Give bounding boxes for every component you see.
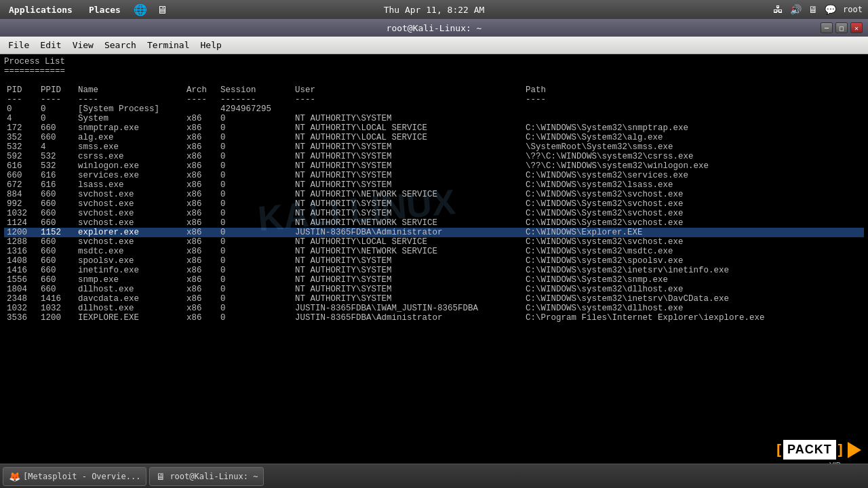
table-cell: 1032 xyxy=(4,304,38,313)
table-cell: x86 xyxy=(184,266,218,275)
table-row: 616532winlogon.exex860NT AUTHORITY\SYSTE… xyxy=(4,161,864,171)
menu-search[interactable]: Search xyxy=(99,38,142,52)
packt-play-icon xyxy=(848,442,861,458)
menu-bar: File Edit View Search Terminal Help xyxy=(0,37,868,54)
screen-icon: 🖥 xyxy=(808,4,818,15)
places-menu[interactable]: Places xyxy=(85,4,124,16)
dash-arch: ---- xyxy=(184,95,218,104)
table-cell: C:\WINDOWS\system32\svchost.exe xyxy=(523,237,864,247)
table-cell: 616 xyxy=(4,161,38,171)
taskbar-item-terminal[interactable]: 🖥 root@Kali-Linux: ~ xyxy=(149,467,264,486)
table-cell: lsass.exe xyxy=(75,180,184,190)
table-cell: NT AUTHORITY\SYSTEM xyxy=(292,256,523,266)
table-cell: 0 xyxy=(218,304,292,313)
table-cell: [System Process] xyxy=(75,104,184,114)
separator-line: ============ xyxy=(4,66,864,76)
taskbar-item-metasploit[interactable]: 🦊 [Metasploit - Overvie... xyxy=(3,467,146,486)
table-cell: x86 xyxy=(184,114,218,123)
table-cell: x86 xyxy=(184,152,218,161)
table-cell: x86 xyxy=(184,285,218,294)
table-cell: 532 xyxy=(38,161,75,171)
table-cell: C:\WINDOWS\System32\svchost.exe xyxy=(523,218,864,228)
table-cell: services.exe xyxy=(75,171,184,180)
table-cell: x86 xyxy=(184,142,218,152)
username-display: root xyxy=(843,5,863,14)
applications-menu[interactable]: Applications xyxy=(5,4,76,16)
table-cell: 0 xyxy=(218,133,292,142)
table-cell: C:\WINDOWS\System32\svchost.exe xyxy=(523,209,864,218)
table-cell: x86 xyxy=(184,294,218,304)
table-cell: smss.exe xyxy=(75,142,184,152)
table-cell: 352 xyxy=(4,133,38,142)
table-header-row: PID PPID Name Arch Session User Path xyxy=(4,85,864,95)
taskbar-label-metasploit: [Metasploit - Overvie... xyxy=(23,472,140,481)
packt-logo: [ PACKT ] VID xyxy=(774,440,861,460)
menu-edit[interactable]: Edit xyxy=(35,38,66,52)
table-cell: C:\WINDOWS\System32\snmp.exe xyxy=(523,275,864,285)
table-cell: 0 xyxy=(218,123,292,133)
globe-icon[interactable]: 🌐 xyxy=(134,3,147,16)
table-cell: 660 xyxy=(38,285,75,294)
table-dash-row: --- ---- ---- ---- ------- ---- ---- xyxy=(4,95,864,104)
table-cell: 0 xyxy=(218,142,292,152)
table-row: 12001152explorer.exex860JUSTIN-8365FDBA\… xyxy=(4,228,864,237)
packt-text: PACKT xyxy=(783,440,836,460)
minimize-button[interactable]: ─ xyxy=(821,22,833,33)
table-cell: alg.exe xyxy=(75,133,184,142)
table-cell: 0 xyxy=(218,275,292,285)
dash-session: ------- xyxy=(218,95,292,104)
col-path: Path xyxy=(523,85,864,95)
menu-help[interactable]: Help xyxy=(195,38,227,52)
volume-icon[interactable]: 🔊✕ xyxy=(790,4,802,15)
table-cell: 0 xyxy=(38,104,75,114)
table-row: 1032660svchost.exex860NT AUTHORITY\SYSTE… xyxy=(4,209,864,218)
process-list-body: 00[System Process]429496729540Systemx860… xyxy=(4,104,864,323)
table-row: 5324smss.exex860NT AUTHORITY\SYSTEM\Syst… xyxy=(4,142,864,152)
table-row: 23481416davcdata.exex860NT AUTHORITY\SYS… xyxy=(4,294,864,304)
table-cell: 1288 xyxy=(4,237,38,247)
table-cell: JUSTIN-8365FDBA\Administrator xyxy=(292,313,523,323)
dash-ppid: ---- xyxy=(38,95,75,104)
metasploit-icon: 🦊 xyxy=(9,471,20,482)
table-cell: 1032 xyxy=(38,304,75,313)
table-cell: snmp.exe xyxy=(75,275,184,285)
table-cell: svchost.exe xyxy=(75,209,184,218)
table-row: 1416660inetinfo.exex860NT AUTHORITY\SYST… xyxy=(4,266,864,275)
table-cell: \??\C:\WINDOWS\system32\winlogon.exe xyxy=(523,161,864,171)
table-cell: NT AUTHORITY\LOCAL SERVICE xyxy=(292,237,523,247)
taskbar: 🦊 [Metasploit - Overvie... 🖥 root@Kali-L… xyxy=(0,464,868,488)
table-cell: 0 xyxy=(4,104,38,114)
table-cell: NT AUTHORITY\SYSTEM xyxy=(292,180,523,190)
menu-view[interactable]: View xyxy=(67,38,99,52)
close-button[interactable]: ✕ xyxy=(850,22,863,33)
table-cell: 616 xyxy=(38,180,75,190)
menu-terminal[interactable]: Terminal xyxy=(142,38,195,52)
table-cell: NT AUTHORITY\SYSTEM xyxy=(292,275,523,285)
table-cell: C:\WINDOWS\system32\msdtc.exe xyxy=(523,247,864,256)
table-cell: 660 xyxy=(38,266,75,275)
table-cell: 660 xyxy=(38,237,75,247)
table-cell: 172 xyxy=(4,123,38,133)
table-cell: 992 xyxy=(4,199,38,209)
table-row: 592532csrss.exex860NT AUTHORITY\SYSTEM\?… xyxy=(4,152,864,161)
maximize-button[interactable]: □ xyxy=(835,22,848,33)
table-cell: 0 xyxy=(38,114,75,123)
table-cell: 1200 xyxy=(38,313,75,323)
table-cell: 660 xyxy=(38,209,75,218)
table-row: 884660svchost.exex860NT AUTHORITY\NETWOR… xyxy=(4,190,864,199)
table-cell: NT AUTHORITY\LOCAL SERVICE xyxy=(292,133,523,142)
table-cell: C:\WINDOWS\system32\spoolsv.exe xyxy=(523,256,864,266)
table-cell: C:\WINDOWS\system32\dllhost.exe xyxy=(523,285,864,294)
table-cell: 0 xyxy=(218,313,292,323)
table-cell: C:\Program Files\Internet Explorer\iexpl… xyxy=(523,313,864,323)
table-cell: x86 xyxy=(184,171,218,180)
table-row: 1316660msdtc.exex860NT AUTHORITY\NETWORK… xyxy=(4,247,864,256)
menu-file[interactable]: File xyxy=(3,38,35,52)
table-cell: 532 xyxy=(38,152,75,161)
table-cell: 0 xyxy=(218,285,292,294)
system-bar-right: 🖧 🔊✕ 🖥 💬 root xyxy=(773,3,863,16)
table-cell: NT AUTHORITY\SYSTEM xyxy=(292,114,523,123)
terminal-icon[interactable]: 🖥 xyxy=(157,3,167,16)
table-cell: msdtc.exe xyxy=(75,247,184,256)
table-cell: \SystemRoot\System32\smss.exe xyxy=(523,142,864,152)
